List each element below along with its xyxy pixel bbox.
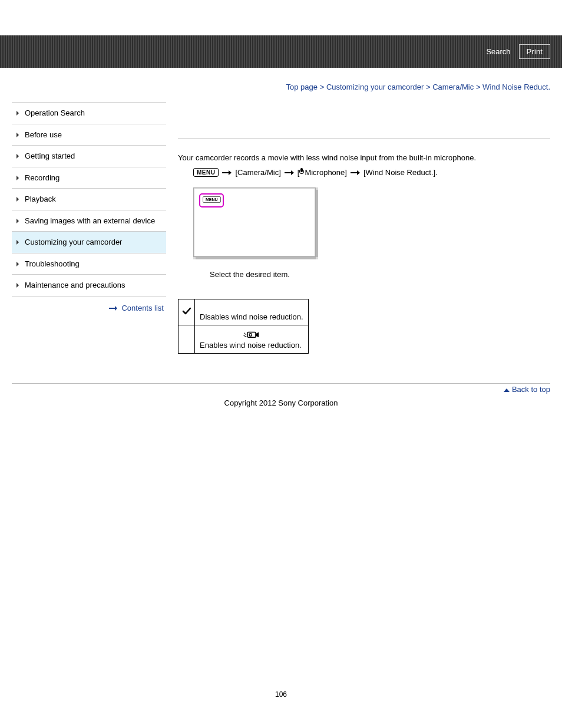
sidebar-item-troubleshooting[interactable]: Troubleshooting	[12, 253, 166, 275]
sidebar-item-customizing[interactable]: Customizing your camcorder	[12, 232, 166, 253]
ui-screenshot-box: MENU	[193, 187, 316, 257]
option-on-cell: Enables wind noise reduction.	[195, 325, 309, 354]
breadcrumb: Top page > Customizing your camcorder > …	[0, 83, 562, 91]
sidebar-item-recording[interactable]: Recording	[12, 167, 166, 189]
breadcrumb-current: Wind Noise Reduct.	[482, 83, 550, 91]
microphone-icon	[299, 168, 304, 175]
menu-path: MENU [Camera/Mic] [Microphone] [Wind Noi…	[178, 168, 550, 177]
sidebar-item-playback[interactable]: Playback	[12, 189, 166, 210]
check-icon	[182, 307, 191, 316]
sidebar-item-saving-images[interactable]: Saving images with an external device	[12, 210, 166, 232]
intro-text: Your camcorder records a movie with less…	[178, 153, 550, 162]
option-on-desc: Enables wind noise reduction.	[200, 341, 303, 350]
print-button[interactable]: Print	[519, 44, 550, 59]
breadcrumb-sep: >	[426, 83, 431, 91]
sidebar-item-before-use[interactable]: Before use	[12, 124, 166, 146]
arrow-right-icon	[109, 307, 117, 310]
path-cameramic: [Camera/Mic]	[235, 168, 280, 177]
path-microphone: [Microphone]	[297, 168, 347, 177]
main-content: Your camcorder records a movie with less…	[178, 102, 550, 354]
breadcrumb-top[interactable]: Top page	[286, 83, 318, 91]
sidebar-nav: Operation Search Before use Getting star…	[12, 102, 166, 354]
sidebar-item-maintenance[interactable]: Maintenance and precautions	[12, 275, 166, 297]
search-link[interactable]: Search	[486, 47, 510, 56]
arrow-up-icon	[504, 388, 510, 392]
wind-camera-icon	[243, 329, 260, 340]
contents-list-link[interactable]: Contents list	[121, 304, 164, 312]
menu-box-icon: MENU	[193, 168, 219, 177]
table-row: Disables wind noise reduction.	[178, 299, 309, 325]
footer-line: Back to top	[12, 383, 550, 394]
contents-list-row: Contents list	[12, 297, 166, 312]
arrow-right-icon	[222, 170, 232, 175]
breadcrumb-cameramic[interactable]: Camera/Mic	[432, 83, 474, 91]
select-prompt: Select the desired item.	[178, 270, 550, 279]
arrow-right-icon	[285, 170, 294, 175]
breadcrumb-sep: >	[476, 83, 481, 91]
path-wind-noise: [Wind Noise Reduct.].	[363, 168, 438, 177]
back-to-top-label: Back to top	[512, 385, 550, 394]
option-off-icon-cell	[178, 299, 195, 325]
breadcrumb-customizing[interactable]: Customizing your camcorder	[326, 83, 424, 91]
header-band: Search Print	[0, 35, 562, 68]
svg-point-1	[249, 334, 252, 336]
options-table: Disables wind noise reduction.	[178, 299, 309, 354]
option-off-desc: Disables wind noise reduction.	[195, 299, 309, 325]
option-on-icon-cell	[178, 325, 195, 354]
sidebar-item-getting-started[interactable]: Getting started	[12, 146, 166, 167]
menu-inner-label: MENU	[203, 196, 221, 203]
divider	[178, 139, 550, 139]
breadcrumb-sep: >	[320, 83, 325, 91]
table-row: Enables wind noise reduction.	[178, 325, 309, 354]
copyright-text: Copyright 2012 Sony Corporation	[0, 398, 562, 407]
back-to-top-link[interactable]: Back to top	[504, 385, 550, 394]
sidebar-item-operation-search[interactable]: Operation Search	[12, 103, 166, 124]
arrow-right-icon	[351, 170, 360, 175]
microphone-label: Microphone]	[305, 168, 347, 177]
page-number: 106	[0, 690, 562, 710]
